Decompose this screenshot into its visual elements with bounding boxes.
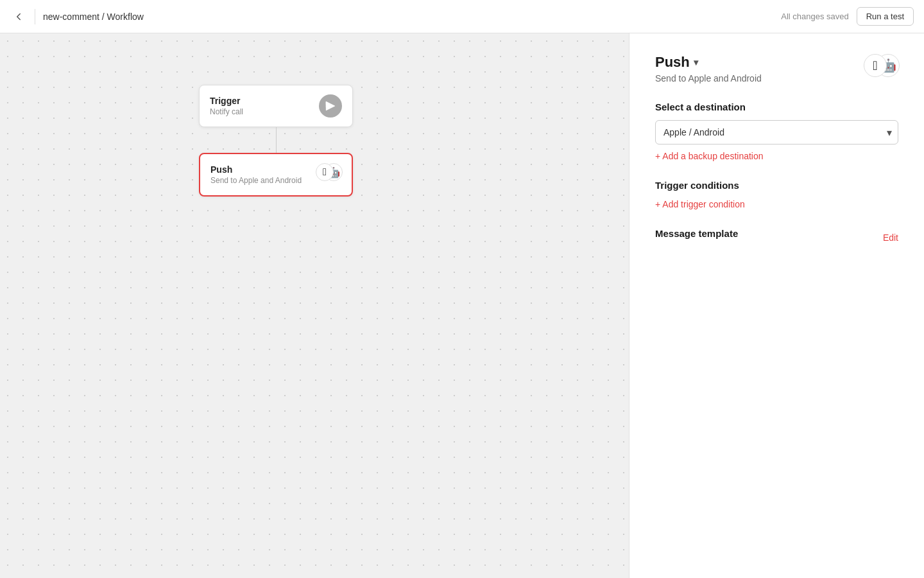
trigger-icon <box>319 94 342 118</box>
saved-status: All changes saved <box>781 12 849 21</box>
panel-title: Push ▾ <box>655 54 762 71</box>
edit-template-link[interactable]: Edit <box>883 232 898 243</box>
push-node[interactable]: Push Send to Apple and Android  🤖 <box>199 153 353 197</box>
trigger-node-title: Trigger <box>210 96 319 106</box>
panel-icons:  🤖 <box>864 54 898 80</box>
destination-label: Select a destination <box>655 101 898 112</box>
title-dropdown-arrow[interactable]: ▾ <box>694 57 698 67</box>
panel-header: Push ▾ Send to Apple and Android  🤖 <box>655 54 898 83</box>
topbar: new-comment / Workflow All changes saved… <box>0 0 924 33</box>
canvas[interactable]: Trigger Notify call Push Send to Apple a… <box>0 33 629 578</box>
push-node-subtitle: Send to Apple and Android <box>210 176 316 185</box>
trigger-conditions-section: Trigger conditions + Add trigger conditi… <box>655 180 898 210</box>
push-node-info: Push Send to Apple and Android <box>210 164 316 185</box>
destination-section: Select a destination Apple / Android App… <box>655 101 898 162</box>
apple-icon:  <box>316 163 334 181</box>
trigger-conditions-label: Trigger conditions <box>655 180 898 191</box>
main-content: Trigger Notify call Push Send to Apple a… <box>0 33 924 578</box>
panel-apple-icon:  <box>864 54 887 77</box>
trigger-node-subtitle: Notify call <box>210 107 319 116</box>
run-test-button[interactable]: Run a test <box>857 7 914 26</box>
panel-subtitle: Send to Apple and Android <box>655 73 762 83</box>
destination-select-wrapper: Apple / Android Apple only Android only … <box>655 120 898 144</box>
message-template-label: Message template <box>655 228 738 239</box>
topbar-left: new-comment / Workflow <box>10 8 144 25</box>
add-backup-link[interactable]: + Add a backup destination <box>655 151 764 161</box>
message-template-row: Message template Edit <box>655 228 898 247</box>
push-node-title: Push <box>210 164 316 175</box>
trigger-node-info: Trigger Notify call <box>210 96 319 116</box>
message-template-section: Message template Edit <box>655 228 898 247</box>
panel-title-group: Push ▾ Send to Apple and Android <box>655 54 762 83</box>
svg-marker-0 <box>326 101 335 110</box>
breadcrumb: new-comment / Workflow <box>43 12 144 22</box>
trigger-node[interactable]: Trigger Notify call <box>199 85 353 127</box>
push-node-icons:  🤖 <box>316 163 341 186</box>
add-trigger-condition-link[interactable]: + Add trigger condition <box>655 199 745 209</box>
topbar-right: All changes saved Run a test <box>781 7 914 26</box>
destination-select[interactable]: Apple / Android Apple only Android only <box>655 120 898 144</box>
topbar-divider <box>35 9 35 24</box>
right-panel: Push ▾ Send to Apple and Android  🤖 Sel… <box>629 33 924 578</box>
nodes-area: Trigger Notify call Push Send to Apple a… <box>199 85 353 197</box>
back-button[interactable] <box>10 8 27 25</box>
node-connector <box>276 127 277 153</box>
